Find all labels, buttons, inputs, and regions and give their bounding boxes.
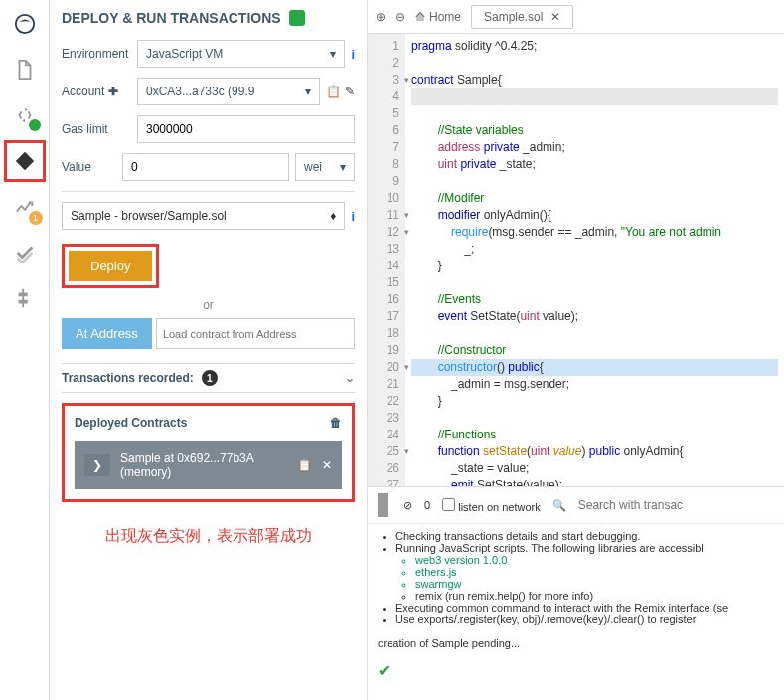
edit-account-icon[interactable]: ✎ (345, 85, 355, 98)
listen-checkbox[interactable]: listen on network (442, 498, 541, 513)
panel-status-icon (289, 10, 305, 26)
env-select[interactable]: JavaScript VM▾ (137, 40, 345, 68)
deploy-button[interactable]: Deploy (69, 251, 152, 281)
analysis-icon[interactable]: 1 (11, 193, 39, 221)
file-tab[interactable]: Sample.sol✕ (471, 5, 573, 29)
account-label: Account ✚ (62, 85, 131, 98)
deploy-panel: DEPLOY & RUN TRANSACTIONS Environment Ja… (50, 0, 368, 700)
home-breadcrumb[interactable]: ⟰ Home (415, 10, 461, 24)
or-label: or (62, 298, 355, 312)
compile-ok-badge (29, 119, 41, 131)
editor-toolbar: ⊕ ⊖ ⟰ Home Sample.sol✕ (368, 0, 784, 34)
copy-instance-icon[interactable]: 📋 (297, 458, 312, 472)
terminal-output[interactable]: Checking transactions details and start … (368, 524, 784, 686)
close-instance-icon[interactable]: ✕ (322, 458, 332, 472)
main-area: ⊕ ⊖ ⟰ Home Sample.sol✕ 12345678910111213… (368, 0, 784, 700)
contract-select[interactable]: Sample - browser/Sample.sol♦ (62, 202, 345, 230)
at-address-input[interactable] (156, 318, 355, 349)
zoom-out-icon[interactable]: ⊖ (395, 10, 405, 24)
deploy-highlight: Deploy (62, 244, 159, 288)
at-address-button[interactable]: At Address (62, 318, 152, 349)
account-select[interactable]: 0xCA3...a733c (99.9▾ (137, 78, 320, 105)
code-editor[interactable]: 1234567891011121314151617181920212223242… (368, 34, 784, 486)
term-success-icon: ✔ (378, 662, 391, 679)
copy-account-icon[interactable]: 📋 (326, 85, 341, 98)
value-input[interactable] (122, 153, 289, 181)
gaslimit-input[interactable] (137, 115, 355, 143)
deployed-label: Deployed Contracts (75, 416, 187, 430)
add-account-icon[interactable]: ✚ (108, 85, 118, 98)
panel-title: DEPLOY & RUN TRANSACTIONS (62, 10, 281, 26)
deployed-highlight: Deployed Contracts 🗑 ❯ Sample at 0x692..… (62, 403, 355, 502)
term-pending: creation of Sample pending... (378, 637, 774, 649)
term-drag-handle[interactable] (378, 493, 388, 517)
gaslimit-label: Gas limit (62, 122, 131, 136)
remix-logo-icon[interactable] (11, 10, 39, 38)
tx-recorded-label: Transactions recorded: (62, 371, 194, 385)
instance-label: Sample at 0x692...77b3A (memory) (120, 451, 287, 479)
term-pending-count: 0 (424, 499, 430, 511)
line-gutter: 1234567891011121314151617181920212223242… (368, 34, 405, 486)
env-info-icon[interactable]: i (351, 47, 355, 62)
annotation-text: 出现灰色实例，表示部署成功 (62, 526, 355, 547)
code-content[interactable]: pragma solidity ^0.4.25; contract Sample… (405, 34, 784, 486)
deploy-icon[interactable] (11, 147, 39, 175)
left-iconbar: 1 (0, 0, 50, 700)
tx-count: 1 (202, 370, 218, 386)
plugin-icon[interactable] (11, 284, 39, 312)
svg-point-0 (15, 15, 33, 33)
test-icon[interactable] (11, 239, 39, 266)
terminal: ⊘ 0 listen on network 🔍 Checking transac… (368, 486, 784, 700)
file-explorer-icon[interactable] (11, 56, 39, 84)
term-search-input[interactable] (578, 498, 774, 512)
instance-expand-icon[interactable]: ❯ (84, 454, 110, 476)
term-clear-icon[interactable]: ⊘ (403, 499, 412, 512)
compiler-icon[interactable] (11, 101, 39, 129)
analysis-badge: 1 (29, 211, 43, 225)
contract-info-icon[interactable]: i (351, 209, 355, 224)
value-unit-select[interactable]: wei▾ (295, 153, 355, 181)
deployed-instance[interactable]: ❯ Sample at 0x692...77b3A (memory) 📋✕ (75, 441, 342, 489)
term-search-icon[interactable]: 🔍 (552, 499, 566, 512)
value-label: Value (62, 160, 116, 174)
zoom-in-icon[interactable]: ⊕ (376, 10, 386, 24)
tx-expand-icon[interactable]: ⌄ (345, 371, 355, 385)
home-icon: ⟰ (415, 10, 425, 24)
trash-icon[interactable]: 🗑 (330, 416, 342, 430)
env-label: Environment (62, 47, 131, 61)
close-tab-icon[interactable]: ✕ (550, 10, 560, 24)
